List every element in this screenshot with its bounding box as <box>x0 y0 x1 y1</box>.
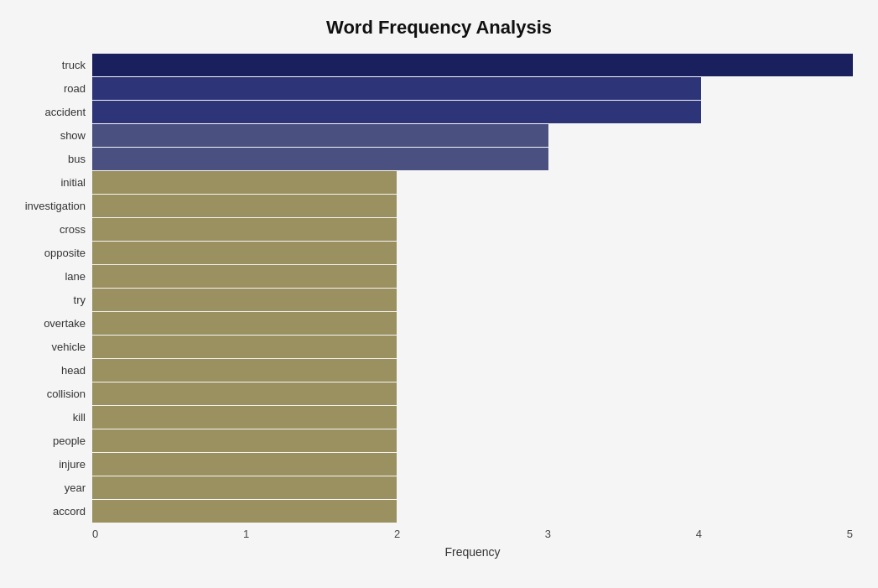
table-row: initial <box>92 171 853 194</box>
x-axis-tick: 5 <box>847 528 853 540</box>
chart-container: Word Frequency Analysis truckroadacciden… <box>0 0 878 588</box>
bar-fill <box>92 382 397 405</box>
x-axis-tick: 3 <box>545 528 551 540</box>
bar-fill <box>92 54 853 76</box>
bar-fill <box>92 429 397 452</box>
bar-fill <box>92 218 397 241</box>
table-row: year <box>92 476 853 499</box>
bar-track <box>92 77 853 100</box>
bar-label: truck <box>8 59 92 71</box>
bar-fill <box>92 359 397 382</box>
table-row: cross <box>92 218 853 241</box>
bar-label: people <box>8 434 92 447</box>
x-axis-tick: 4 <box>696 528 702 540</box>
bar-fill <box>92 406 397 429</box>
bar-label: try <box>8 294 92 306</box>
bar-track <box>92 289 853 311</box>
x-axis-area: 012345 Frequency <box>92 528 853 559</box>
table-row: road <box>92 77 853 100</box>
bar-track <box>92 336 853 358</box>
bar-fill <box>92 289 397 311</box>
bar-fill <box>92 148 548 170</box>
table-row: opposite <box>92 242 853 264</box>
bar-track <box>92 359 853 382</box>
bar-label: opposite <box>8 247 92 259</box>
bar-label: injure <box>8 458 92 471</box>
bar-fill <box>92 77 701 100</box>
bar-fill <box>92 312 397 335</box>
bar-fill <box>92 101 701 123</box>
table-row: try <box>92 289 853 311</box>
table-row: lane <box>92 265 853 288</box>
bar-label: cross <box>8 223 92 236</box>
bar-fill <box>92 242 397 264</box>
bar-fill <box>92 265 397 288</box>
bar-fill <box>92 336 397 358</box>
x-axis-tick: 0 <box>92 528 98 540</box>
bar-label: accident <box>8 106 92 118</box>
table-row: people <box>92 429 853 452</box>
bar-track <box>92 242 853 264</box>
bar-track <box>92 124 853 147</box>
table-row: injure <box>92 453 853 476</box>
chart-title: Word Frequency Analysis <box>25 17 853 39</box>
bar-label: show <box>8 129 92 142</box>
bar-track <box>92 218 853 241</box>
bar-track <box>92 195 853 217</box>
table-row: accord <box>92 500 853 523</box>
bar-label: road <box>8 82 92 95</box>
bar-track <box>92 476 853 499</box>
bar-track <box>92 500 853 523</box>
bar-track <box>92 429 853 452</box>
bar-fill <box>92 195 397 217</box>
bar-label: head <box>8 364 92 377</box>
x-axis-title: Frequency <box>92 545 853 559</box>
table-row: investigation <box>92 195 853 217</box>
table-row: accident <box>92 101 853 123</box>
bars-wrapper: truckroadaccidentshowbusinitialinvestiga… <box>92 54 853 523</box>
bar-track <box>92 382 853 405</box>
bar-track <box>92 171 853 194</box>
bar-fill <box>92 171 397 194</box>
bar-label: vehicle <box>8 341 92 353</box>
bar-fill <box>92 476 397 499</box>
table-row: vehicle <box>92 336 853 358</box>
bar-fill <box>92 500 397 523</box>
table-row: collision <box>92 382 853 405</box>
bar-label: initial <box>8 176 92 189</box>
table-row: bus <box>92 148 853 170</box>
bar-label: overtake <box>8 317 92 330</box>
bar-track <box>92 453 853 476</box>
bar-track <box>92 148 853 170</box>
bar-track <box>92 312 853 335</box>
x-axis-labels: 012345 <box>92 528 853 540</box>
table-row: overtake <box>92 312 853 335</box>
table-row: truck <box>92 54 853 76</box>
bar-label: lane <box>8 270 92 283</box>
bar-fill <box>92 124 548 147</box>
bar-track <box>92 406 853 429</box>
bar-label: collision <box>8 388 92 400</box>
table-row: head <box>92 359 853 382</box>
bar-label: bus <box>8 153 92 165</box>
bar-label: year <box>8 481 92 494</box>
bar-fill <box>92 453 397 476</box>
bar-label: accord <box>8 505 92 518</box>
table-row: show <box>92 124 853 147</box>
bar-track <box>92 101 853 123</box>
chart-inner: truckroadaccidentshowbusinitialinvestiga… <box>92 54 853 559</box>
bar-label: investigation <box>8 200 92 212</box>
bar-track <box>92 265 853 288</box>
x-axis-tick: 2 <box>394 528 400 540</box>
x-axis-tick: 1 <box>243 528 249 540</box>
table-row: kill <box>92 406 853 429</box>
bar-track <box>92 54 853 76</box>
bar-label: kill <box>8 411 92 424</box>
